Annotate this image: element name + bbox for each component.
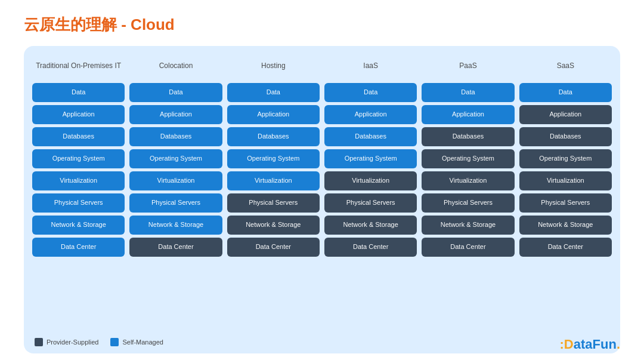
cell-2-3: Operating System xyxy=(227,149,320,168)
cell-5-4: Virtualization xyxy=(519,171,612,190)
cell-4-1: Application xyxy=(422,105,514,124)
logo-d: D xyxy=(564,337,574,352)
column-3: IaaSDataApplicationDatabasesOperating Sy… xyxy=(324,56,417,332)
legend-box-provider xyxy=(35,338,43,346)
cell-0-6: Network & Storage xyxy=(32,216,125,235)
cell-3-2: Databases xyxy=(324,127,417,146)
logo: :DataFun. xyxy=(560,337,620,352)
cell-0-5: Physical Servers xyxy=(32,193,125,213)
cell-5-3: Operating System xyxy=(519,149,612,168)
col-header-3: IaaS xyxy=(324,56,417,77)
column-4: PaaSDataApplicationDatabasesOperating Sy… xyxy=(422,56,514,332)
logo-dot: . xyxy=(617,337,620,352)
cell-2-2: Databases xyxy=(227,127,320,146)
cell-3-7: Data Center xyxy=(324,238,417,257)
legend: Provider-Supplied Self-Managed xyxy=(32,338,612,346)
col-header-2: Hosting xyxy=(227,56,320,77)
cell-5-2: Databases xyxy=(519,127,612,146)
cell-1-4: Virtualization xyxy=(129,171,222,190)
cells-4: DataApplicationDatabasesOperating System… xyxy=(422,83,514,332)
cell-3-0: Data xyxy=(324,83,417,102)
cell-3-1: Application xyxy=(324,105,417,124)
cell-2-5: Physical Servers xyxy=(227,193,320,213)
legend-self: Self-Managed xyxy=(110,338,163,346)
cell-5-1: Application xyxy=(519,105,612,124)
cell-5-7: Data Center xyxy=(519,238,612,257)
cell-1-1: Application xyxy=(129,105,222,124)
cell-3-4: Virtualization xyxy=(324,171,417,190)
cell-1-6: Network & Storage xyxy=(129,216,222,235)
column-1: ColocationDataApplicationDatabasesOperat… xyxy=(129,56,222,332)
col-header-0: Traditional On-Premises IT xyxy=(32,56,125,77)
cell-3-5: Physical Servers xyxy=(324,193,417,213)
cell-4-4: Virtualization xyxy=(422,171,514,190)
cell-4-3: Operating System xyxy=(422,149,514,168)
legend-box-self xyxy=(110,338,119,346)
col-header-5: SaaS xyxy=(519,56,612,77)
cell-2-6: Network & Storage xyxy=(227,216,320,235)
cell-2-7: Data Center xyxy=(227,238,320,257)
cell-0-7: Data Center xyxy=(32,238,125,257)
cell-1-7: Data Center xyxy=(129,238,222,257)
cells-1: DataApplicationDatabasesOperating System… xyxy=(129,83,222,332)
cell-5-0: Data xyxy=(519,83,612,102)
cell-0-0: Data xyxy=(32,83,125,102)
cell-0-2: Databases xyxy=(32,127,125,146)
cell-2-1: Application xyxy=(227,105,320,124)
col-header-1: Colocation xyxy=(129,56,222,77)
cell-2-0: Data xyxy=(227,83,320,102)
cell-2-4: Virtualization xyxy=(227,171,320,190)
cell-4-2: Databases xyxy=(422,127,514,146)
logo-colon: : xyxy=(560,337,564,352)
cells-3: DataApplicationDatabasesOperating System… xyxy=(324,83,417,332)
legend-self-label: Self-Managed xyxy=(122,339,163,346)
legend-provider: Provider-Supplied xyxy=(35,338,98,346)
cells-2: DataApplicationDatabasesOperating System… xyxy=(227,83,320,332)
cell-4-5: Physical Servers xyxy=(422,193,514,213)
cell-4-6: Network & Storage xyxy=(422,216,514,235)
cell-3-3: Operating System xyxy=(324,149,417,168)
cell-5-5: Physical Servers xyxy=(519,193,612,213)
cell-4-0: Data xyxy=(422,83,514,102)
cell-1-3: Operating System xyxy=(129,149,222,168)
cell-1-0: Data xyxy=(129,83,222,102)
cell-5-6: Network & Storage xyxy=(519,216,612,235)
cells-0: DataApplicationDatabasesOperating System… xyxy=(32,83,125,332)
logo-fun: Fun xyxy=(593,337,617,352)
page-title: 云原生的理解 - Cloud xyxy=(24,14,620,35)
cell-1-5: Physical Servers xyxy=(129,193,222,213)
cell-3-6: Network & Storage xyxy=(324,216,417,235)
cell-4-7: Data Center xyxy=(422,238,514,257)
grid-container: Traditional On-Premises ITDataApplicatio… xyxy=(24,46,620,353)
cell-0-1: Application xyxy=(32,105,125,124)
columns-row: Traditional On-Premises ITDataApplicatio… xyxy=(32,56,612,332)
cell-0-4: Virtualization xyxy=(32,171,125,190)
col-header-4: PaaS xyxy=(422,56,514,77)
cells-5: DataApplicationDatabasesOperating System… xyxy=(519,83,612,332)
column-2: HostingDataApplicationDatabasesOperating… xyxy=(227,56,320,332)
logo-ata: ata xyxy=(574,337,593,352)
cell-1-2: Databases xyxy=(129,127,222,146)
cell-0-3: Operating System xyxy=(32,149,125,168)
column-0: Traditional On-Premises ITDataApplicatio… xyxy=(32,56,125,332)
page: 云原生的理解 - Cloud Traditional On-Premises I… xyxy=(0,0,644,363)
legend-provider-label: Provider-Supplied xyxy=(47,339,98,346)
column-5: SaaSDataApplicationDatabasesOperating Sy… xyxy=(519,56,612,332)
